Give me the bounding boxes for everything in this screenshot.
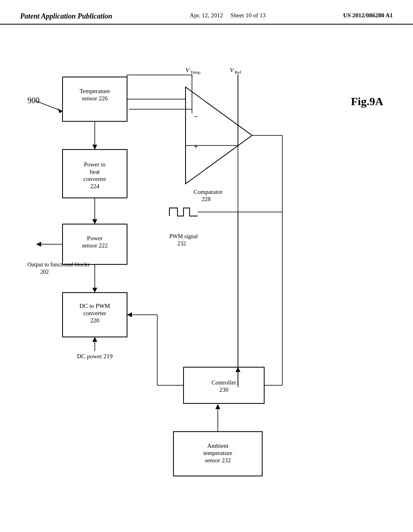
ambient-label1: Ambient (207, 443, 229, 449)
v-ref-label: V (230, 67, 234, 73)
comparator-label2: 228 (202, 196, 211, 202)
ambient-to-ctrl-arrowhead (215, 404, 220, 409)
output-functional-label1: Output to functional blocks (27, 262, 90, 268)
sheet-info: Sheet 10 of 13 (231, 12, 266, 19)
figure-label: Fig.9A (351, 95, 384, 108)
temp-sensor-label2: sensor 226 (82, 95, 108, 102)
controller-label2: 230 (219, 387, 229, 393)
power-heat-label2: heat (90, 168, 100, 175)
page-header: Patent Application Publication Apr. 12, … (0, 0, 413, 25)
power-sensor-label2: sensor 222 (82, 242, 108, 249)
v-temp-label: V (186, 67, 190, 73)
arrowhead-temp-to-heat (92, 145, 97, 150)
diagram-area: Fig.9A 900 Temperature sensor 226 Power … (0, 25, 413, 524)
pwm-signal-label2: 232 (177, 241, 186, 247)
dc-pwm-label1: DC to PWM (79, 303, 110, 309)
dc-power-arrowhead (92, 337, 97, 342)
power-heat-label3: converter (83, 176, 106, 182)
output-arrowhead (36, 242, 41, 247)
comparator-symbol (186, 87, 252, 184)
power-sensor-label1: Power (87, 235, 102, 241)
publication-number: US 2012/086280 A1 (343, 12, 393, 19)
comparator-minus: − (194, 112, 198, 121)
figure-number: 900 (27, 96, 40, 105)
controller-label1: Controller (211, 379, 236, 386)
output-functional-label2: 202 (40, 269, 49, 275)
publication-date: Apr. 12, 2012 (190, 12, 223, 19)
pwm-waveform (169, 208, 198, 216)
comparator-label1: Comparator (194, 189, 223, 195)
v-temp-subscript: Temp (190, 70, 200, 75)
vref-ctrl-arrowhead (236, 367, 240, 372)
dc-power-label: DC power 219 (77, 353, 113, 360)
pwm-signal-label1: PWM signal (169, 233, 198, 239)
power-heat-label4: 224 (90, 183, 100, 189)
ambient-label3: sensor 232 (205, 457, 231, 463)
header-center: Apr. 12, 2012 Sheet 10 of 13 (190, 12, 265, 19)
arrowhead-heat-to-psensor (92, 219, 97, 224)
dc-pwm-label3: 220 (90, 317, 100, 324)
comparator-plus: + (194, 142, 198, 151)
ctrl-to-dcpwm-arrowhead (127, 312, 132, 317)
power-heat-label1: Power to (84, 161, 106, 168)
v-ref-subscript: Ref (235, 70, 241, 75)
ambient-label2: temperature (203, 450, 232, 456)
temp-sensor-label: Temperature (79, 88, 110, 94)
publication-title: Patent Application Publication (20, 12, 112, 21)
arrowhead-psensor-to-dcpwm (92, 288, 97, 293)
dc-pwm-label2: converter (83, 310, 106, 316)
circuit-diagram: Fig.9A 900 Temperature sensor 226 Power … (0, 25, 413, 524)
figure-arrowhead (58, 108, 63, 113)
